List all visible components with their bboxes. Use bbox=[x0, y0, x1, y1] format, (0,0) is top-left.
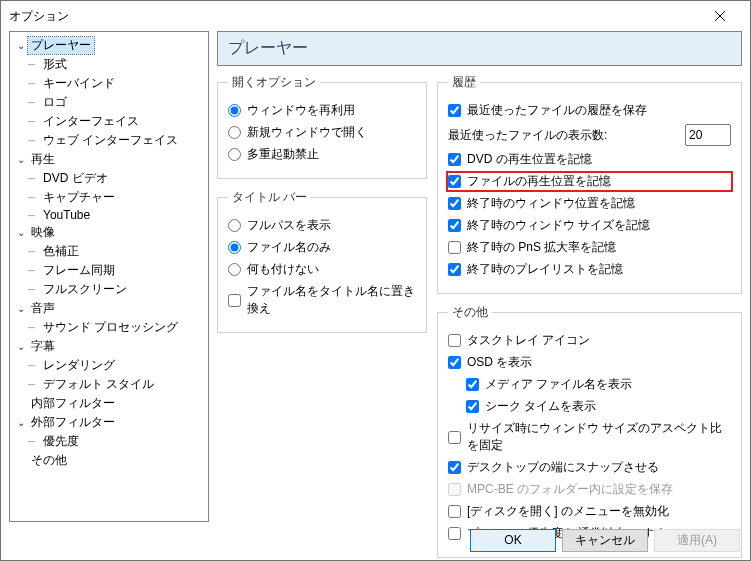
tree-child[interactable]: キャプチャー bbox=[12, 188, 206, 207]
check-disable-open-disc[interactable]: [ディスクを開く] のメニューを無効化 bbox=[448, 503, 731, 520]
tree-child[interactable]: サウンド プロセッシング bbox=[12, 318, 206, 337]
check-replace-title[interactable]: ファイル名をタイトル名に置き換え bbox=[228, 283, 416, 317]
tree-parent[interactable]: ⌄外部フィルター bbox=[12, 413, 206, 432]
titlebar-legend: タイトル バー bbox=[228, 189, 311, 206]
check-remember-pns[interactable]: 終了時の PnS 拡大率を記憶 bbox=[448, 239, 731, 256]
open-options-group: 開くオプション ウィンドウを再利用 新規ウィンドウで開く 多重起動禁止 bbox=[217, 74, 427, 179]
radio-single-instance[interactable]: 多重起動禁止 bbox=[228, 146, 416, 163]
tree-child[interactable]: フレーム同期 bbox=[12, 261, 206, 280]
check-remember-file-pos[interactable]: ファイルの再生位置を記憶 bbox=[448, 173, 731, 190]
open-options-legend: 開くオプション bbox=[228, 74, 320, 91]
window-title: オプション bbox=[9, 8, 697, 25]
titlebar-group: タイトル バー フルパスを表示 ファイル名のみ 何も付けない ファイル名をタイト… bbox=[217, 189, 427, 333]
tree-child[interactable]: レンダリング bbox=[12, 356, 206, 375]
tree-child[interactable]: ウェブ インターフェイス bbox=[12, 131, 206, 150]
tree-child[interactable]: フルスクリーン bbox=[12, 280, 206, 299]
tree-child[interactable]: インターフェイス bbox=[12, 112, 206, 131]
display-count-input[interactable] bbox=[685, 124, 731, 146]
nav-tree[interactable]: ⌄プレーヤー形式キーバインドロゴインターフェイスウェブ インターフェイス⌄再生D… bbox=[9, 31, 209, 522]
check-save-settings-folder: MPC-BE のフォルダー内に設定を保存 bbox=[448, 481, 731, 498]
display-count-label: 最近使ったファイルの表示数: bbox=[448, 127, 607, 144]
tree-child[interactable]: DVD ビデオ bbox=[12, 169, 206, 188]
radio-fullpath[interactable]: フルパスを表示 bbox=[228, 217, 416, 234]
tree-child[interactable]: キーバインド bbox=[12, 74, 206, 93]
check-remember-window-size[interactable]: 終了時のウィンドウ サイズを記憶 bbox=[448, 217, 731, 234]
radio-nothing[interactable]: 何も付けない bbox=[228, 261, 416, 278]
tree-child[interactable]: 色補正 bbox=[12, 242, 206, 261]
history-legend: 履歴 bbox=[448, 74, 480, 91]
close-button[interactable] bbox=[697, 1, 742, 31]
cancel-button[interactable]: キャンセル bbox=[562, 529, 648, 552]
tree-child[interactable]: YouTube bbox=[12, 207, 206, 223]
check-media-filename[interactable]: メディア ファイル名を表示 bbox=[448, 376, 731, 393]
tree-child[interactable]: 優先度 bbox=[12, 432, 206, 451]
tree-parent[interactable]: ⌄プレーヤー bbox=[12, 36, 206, 55]
dialog-buttons: OK キャンセル 適用(A) bbox=[1, 520, 750, 560]
history-group: 履歴 最近使ったファイルの履歴を保存 最近使ったファイルの表示数: DVD の再… bbox=[437, 74, 742, 294]
radio-filename-only[interactable]: ファイル名のみ bbox=[228, 239, 416, 256]
check-tray-icon[interactable]: タスクトレイ アイコン bbox=[448, 332, 731, 349]
tree-child[interactable]: デフォルト スタイル bbox=[12, 375, 206, 394]
titlebar: オプション bbox=[1, 1, 750, 31]
close-icon bbox=[715, 11, 725, 21]
panel-header: プレーヤー bbox=[217, 31, 742, 66]
tree-parent[interactable]: ⌄再生 bbox=[12, 150, 206, 169]
check-remember-window-pos[interactable]: 終了時のウィンドウ位置を記憶 bbox=[448, 195, 731, 212]
tree-parent[interactable]: ⌄字幕 bbox=[12, 337, 206, 356]
tree-child[interactable]: ロゴ bbox=[12, 93, 206, 112]
radio-new-window[interactable]: 新規ウィンドウで開く bbox=[228, 124, 416, 141]
apply-button[interactable]: 適用(A) bbox=[654, 529, 740, 552]
tree-parent[interactable]: 内部フィルター bbox=[12, 394, 206, 413]
other-legend: その他 bbox=[448, 304, 492, 321]
tree-child[interactable]: 形式 bbox=[12, 55, 206, 74]
tree-parent[interactable]: ⌄映像 bbox=[12, 223, 206, 242]
ok-button[interactable]: OK bbox=[470, 529, 556, 552]
tree-parent[interactable]: ⌄音声 bbox=[12, 299, 206, 318]
radio-reuse-window[interactable]: ウィンドウを再利用 bbox=[228, 102, 416, 119]
check-save-history[interactable]: 最近使ったファイルの履歴を保存 bbox=[448, 102, 731, 119]
check-seek-time[interactable]: シーク タイムを表示 bbox=[448, 398, 731, 415]
check-remember-playlist[interactable]: 終了時のプレイリストを記憶 bbox=[448, 261, 731, 278]
check-osd[interactable]: OSD を表示 bbox=[448, 354, 731, 371]
check-keep-aspect[interactable]: リサイズ時にウィンドウ サイズのアスペクト比を固定 bbox=[448, 420, 731, 454]
tree-parent[interactable]: その他 bbox=[12, 451, 206, 470]
check-snap-desktop[interactable]: デスクトップの端にスナップさせる bbox=[448, 459, 731, 476]
check-remember-dvd[interactable]: DVD の再生位置を記憶 bbox=[448, 151, 731, 168]
